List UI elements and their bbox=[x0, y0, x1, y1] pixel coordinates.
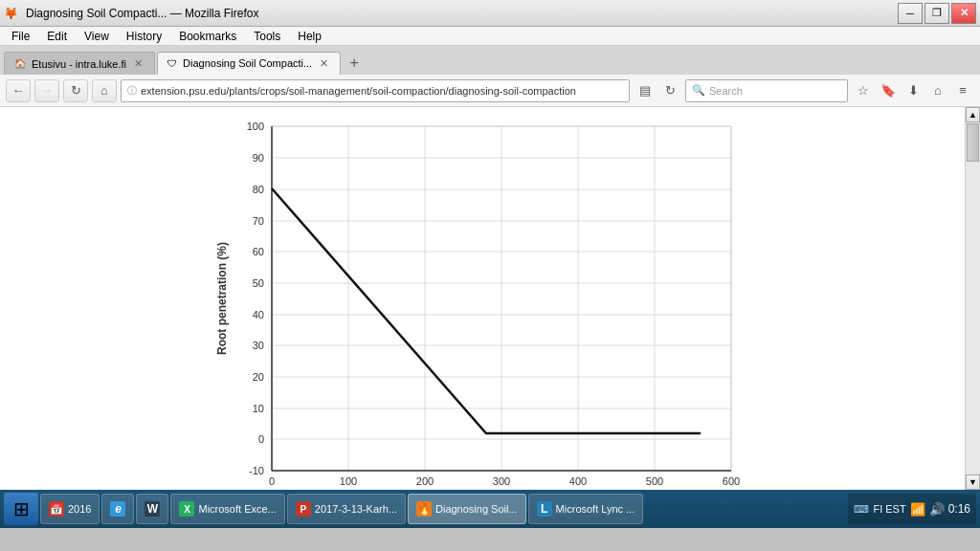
search-placeholder: Search bbox=[709, 85, 743, 97]
tab-etusivu-label: Etusivu - intra.luke.fi bbox=[32, 58, 126, 70]
app-icon-ie: e bbox=[110, 501, 125, 517]
tray-lang[interactable]: FI EST bbox=[873, 503, 905, 515]
tab-diagnosing-label: Diagnosing Soil Compacti... bbox=[183, 57, 312, 69]
taskbar: ⊞ 📅 2016 e W X Microsoft Exce... P 2017-… bbox=[0, 490, 980, 528]
new-tab-button[interactable]: + bbox=[343, 52, 366, 75]
svg-text:40: 40 bbox=[253, 309, 264, 320]
svg-text:-10: -10 bbox=[249, 465, 264, 476]
taskbar-app-firefox[interactable]: 🔥 Diagnosing Soil... bbox=[408, 494, 526, 524]
taskbar-tray: ⌨ FI EST 📶 🔊 0:16 bbox=[848, 494, 976, 524]
tray-network: 📶 bbox=[910, 502, 925, 517]
app-icon-pdf: P bbox=[296, 501, 311, 517]
menu-help[interactable]: Help bbox=[290, 28, 329, 45]
tab-diagnosing-close[interactable]: ✕ bbox=[318, 57, 330, 70]
svg-text:200: 200 bbox=[416, 475, 434, 487]
menu-tools[interactable]: Tools bbox=[246, 28, 288, 45]
taskbar-app-2016[interactable]: 📅 2016 bbox=[40, 494, 100, 524]
tray-keyboard: ⌨ bbox=[854, 503, 869, 516]
reload-button[interactable]: ↻ bbox=[63, 79, 88, 102]
tray-volume: 🔊 bbox=[929, 502, 945, 517]
scroll-up-arrow[interactable]: ▲ bbox=[966, 107, 980, 122]
app-icon-excel: X bbox=[179, 501, 194, 517]
scrollbar[interactable]: ▲ ▼ bbox=[965, 107, 980, 490]
app-label-lync: Microsoft Lync ... bbox=[556, 503, 635, 515]
svg-text:100: 100 bbox=[340, 475, 357, 487]
home-icon[interactable]: ⌂ bbox=[926, 79, 949, 102]
restore-button[interactable]: ❐ bbox=[924, 3, 949, 24]
url-text: extension.psu.edu/plants/crops/soil-mana… bbox=[141, 85, 576, 97]
browser-icon: 🦊 bbox=[4, 7, 18, 20]
refresh-icon[interactable]: ↻ bbox=[658, 79, 681, 102]
content-wrapper: 100 90 80 70 60 50 40 30 20 10 0 -10 0 1… bbox=[0, 107, 980, 490]
title-text: Diagnosing Soil Compacti... — Mozilla Fi… bbox=[26, 7, 258, 20]
app-icon-2016: 📅 bbox=[49, 501, 64, 517]
scroll-down-arrow[interactable]: ▼ bbox=[966, 474, 980, 490]
home-button[interactable]: ⌂ bbox=[92, 79, 117, 102]
menu-view[interactable]: View bbox=[77, 28, 117, 45]
chart-container: 100 90 80 70 60 50 40 30 20 10 0 -10 0 1… bbox=[214, 117, 750, 490]
app-label-excel: Microsoft Exce... bbox=[198, 503, 276, 515]
scroll-thumb[interactable] bbox=[967, 123, 979, 162]
tab-etusivu-close[interactable]: ✕ bbox=[132, 57, 145, 70]
menu-icon[interactable]: ≡ bbox=[951, 79, 974, 102]
svg-text:400: 400 bbox=[569, 475, 587, 487]
search-box[interactable]: 🔍 Search bbox=[685, 79, 848, 102]
svg-text:80: 80 bbox=[253, 184, 264, 195]
title-bar-left: 🦊 Diagnosing Soil Compacti... — Mozilla … bbox=[4, 7, 258, 20]
svg-text:0: 0 bbox=[258, 433, 264, 445]
svg-text:Root penetration (%): Root penetration (%) bbox=[215, 242, 229, 355]
browser-wrapper: File Edit View History Bookmarks Tools H… bbox=[0, 27, 980, 490]
title-bar-controls: ─ ❐ ✕ bbox=[898, 3, 976, 24]
svg-text:600: 600 bbox=[723, 475, 740, 487]
start-button[interactable]: ⊞ bbox=[4, 493, 38, 525]
app-label-firefox: Diagnosing Soil... bbox=[435, 503, 518, 515]
back-button[interactable]: ← bbox=[6, 79, 31, 102]
title-bar: 🦊 Diagnosing Soil Compacti... — Mozilla … bbox=[0, 0, 980, 27]
close-button[interactable]: ✕ bbox=[951, 3, 976, 24]
minimize-button[interactable]: ─ bbox=[898, 3, 923, 24]
address-icons: ▤ ↻ bbox=[634, 79, 681, 102]
tray-time: 0:16 bbox=[948, 502, 970, 516]
tab-bar: 🏠 Etusivu - intra.luke.fi ✕ 🛡 Diagnosing… bbox=[0, 46, 980, 75]
app-icon-word: W bbox=[145, 501, 160, 517]
svg-text:10: 10 bbox=[253, 403, 264, 414]
address-input[interactable]: ⓘ extension.psu.edu/plants/crops/soil-ma… bbox=[121, 79, 630, 102]
search-icon: 🔍 bbox=[692, 84, 705, 97]
taskbar-app-excel[interactable]: X Microsoft Exce... bbox=[170, 494, 284, 524]
clock-time: 0:16 bbox=[948, 502, 970, 516]
svg-text:300: 300 bbox=[493, 475, 510, 487]
reader-view-icon[interactable]: ▤ bbox=[634, 79, 657, 102]
tab-diagnosing[interactable]: 🛡 Diagnosing Soil Compacti... ✕ bbox=[157, 52, 341, 75]
scroll-track[interactable] bbox=[966, 122, 980, 474]
forward-button[interactable]: → bbox=[34, 79, 59, 102]
taskbar-app-pdf[interactable]: P 2017-3-13-Karh... bbox=[287, 494, 406, 524]
menu-bookmarks[interactable]: Bookmarks bbox=[171, 28, 244, 45]
download-icon[interactable]: ⬇ bbox=[902, 79, 924, 102]
taskbar-app-ie[interactable]: e bbox=[101, 494, 134, 524]
tab-etusivu[interactable]: 🏠 Etusivu - intra.luke.fi ✕ bbox=[4, 52, 155, 75]
svg-text:90: 90 bbox=[253, 152, 264, 164]
svg-text:70: 70 bbox=[253, 215, 264, 227]
lock-icon: ⓘ bbox=[127, 84, 137, 98]
menu-history[interactable]: History bbox=[119, 28, 169, 45]
app-icon-firefox: 🔥 bbox=[416, 501, 432, 517]
taskbar-app-word[interactable]: W bbox=[136, 494, 168, 524]
menu-edit[interactable]: Edit bbox=[39, 28, 75, 45]
svg-text:100: 100 bbox=[247, 121, 264, 132]
svg-text:20: 20 bbox=[253, 371, 264, 383]
app-icon-lync: L bbox=[537, 501, 552, 517]
bookmarks-list-icon[interactable]: 🔖 bbox=[877, 79, 900, 102]
app-label-pdf: 2017-3-13-Karh... bbox=[315, 503, 397, 515]
tab-etusivu-icon: 🏠 bbox=[14, 58, 26, 69]
taskbar-app-lync[interactable]: L Microsoft Lync ... bbox=[528, 494, 644, 524]
svg-text:500: 500 bbox=[646, 475, 663, 487]
windows-icon: ⊞ bbox=[13, 497, 30, 520]
content-area: 100 90 80 70 60 50 40 30 20 10 0 -10 0 1… bbox=[0, 107, 965, 490]
menu-file[interactable]: File bbox=[4, 28, 37, 45]
taskbar-apps: 📅 2016 e W X Microsoft Exce... P 2017-3-… bbox=[40, 494, 846, 524]
svg-text:50: 50 bbox=[253, 277, 264, 289]
tab-diagnosing-icon: 🛡 bbox=[167, 58, 177, 69]
svg-text:60: 60 bbox=[253, 246, 264, 257]
svg-text:30: 30 bbox=[253, 340, 264, 351]
bookmark-star-icon[interactable]: ☆ bbox=[852, 79, 875, 102]
